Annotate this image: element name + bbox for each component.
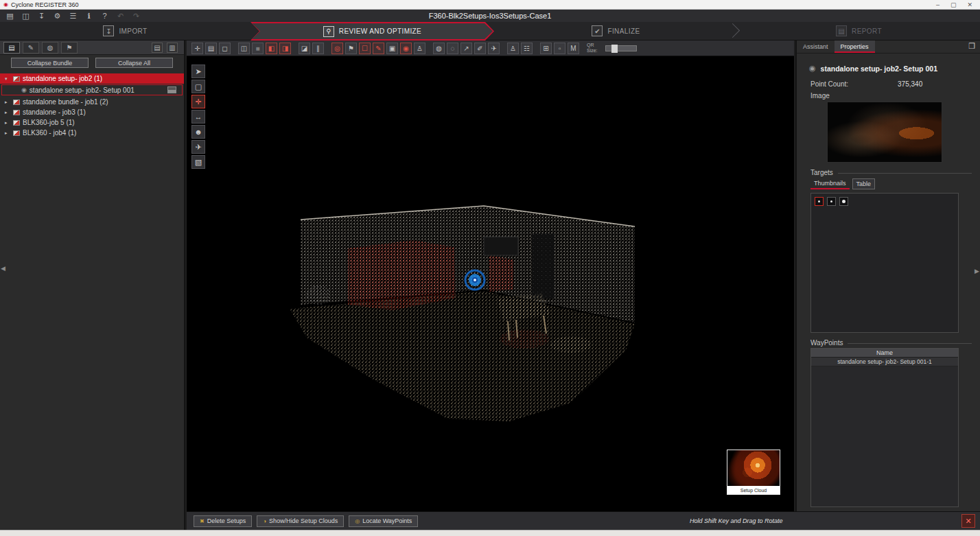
undo-icon[interactable]: ↶ xyxy=(116,10,125,21)
split-vertical-icon[interactable]: ◨ xyxy=(279,43,291,54)
tab-project-tree-icon[interactable]: ▤ xyxy=(3,42,20,54)
info-icon[interactable]: ℹ xyxy=(84,10,93,21)
target-acquire-icon[interactable]: ◎ xyxy=(331,43,343,54)
tab-table[interactable]: Table xyxy=(852,178,876,189)
locate-waypoints-button[interactable]: ◎ Locate WayPoints xyxy=(349,515,418,527)
waypoints-name-header[interactable]: Name xyxy=(811,349,958,358)
mini-pane-icon[interactable]: ▫ xyxy=(554,43,565,54)
expander-icon[interactable]: ▸ xyxy=(5,100,10,105)
target-thumbnail-1[interactable] xyxy=(815,197,824,206)
tab-sites-icon[interactable]: ◍ xyxy=(42,42,58,54)
cloud-quality-m-icon[interactable]: M xyxy=(568,43,579,54)
workflow-step-finalize[interactable]: ✔ FINALIZE xyxy=(494,22,738,40)
link-views-icon[interactable]: ◫ xyxy=(238,43,250,54)
tab-annotations-icon[interactable]: ✎ xyxy=(23,42,39,54)
find-setup-icon[interactable]: ♙ xyxy=(507,43,519,54)
project-list-icon[interactable]: ☰ xyxy=(69,10,78,21)
waypoint-row[interactable]: standalone setup- job2- Setup 001-1 xyxy=(811,358,958,366)
tree-item-blk360-job4[interactable]: ▸ BLK360 - job4 (1) xyxy=(0,128,184,138)
web-share-icon[interactable]: ◍ xyxy=(433,43,445,54)
show-hide-setup-clouds-button[interactable]: ◑ Show/Hide Setup Clouds xyxy=(257,515,344,527)
bundle-icon xyxy=(13,130,20,136)
app-window: ◉ Cyclone REGISTER 360 – ▢ ✕ ▤◫↧⚙☰ℹ?↶↷ F… xyxy=(0,0,980,536)
adjust-tool-icon[interactable]: ✐ xyxy=(474,43,486,54)
app-logo-icon: ◉ xyxy=(3,1,8,8)
slice-tool-icon[interactable]: ∥ xyxy=(312,43,324,54)
collapse-left-panel-arrow[interactable]: ◀ xyxy=(1,265,5,272)
expander-icon[interactable]: ▾ xyxy=(5,76,10,82)
doc-check-icon[interactable]: ▥ xyxy=(167,43,178,53)
fly-tool[interactable]: ✈ xyxy=(191,140,205,154)
target-thumbnail-3[interactable] xyxy=(839,197,848,206)
publish-icon[interactable]: ◌ xyxy=(447,43,458,54)
tree-item-bundle-job1[interactable]: ▸ standalone bundle - job1 (2) xyxy=(0,97,184,107)
settings-gear-icon[interactable]: ⚙ xyxy=(53,10,62,21)
pan-tool[interactable]: ✛ xyxy=(191,95,205,108)
pane-layout-icon[interactable]: ⊞ xyxy=(540,43,552,54)
bundle-icon xyxy=(13,76,20,82)
tree-item-standalone-job3[interactable]: ▸ standalone - job3 (1) xyxy=(0,107,184,117)
select-tool[interactable]: ➤ xyxy=(191,65,205,78)
tree-item-label: BLK360-job 5 (1) xyxy=(23,119,75,126)
rect-select-tool[interactable]: ▢ xyxy=(191,80,205,93)
expander-icon[interactable]: ▸ xyxy=(5,120,10,126)
target-thumbnail-2[interactable] xyxy=(827,197,836,206)
add-person-icon[interactable]: ♙ xyxy=(414,43,425,54)
collapse-all-button[interactable]: Collapse All xyxy=(95,58,173,68)
redo-icon[interactable]: ↷ xyxy=(132,10,141,21)
import-data-icon[interactable]: ↧ xyxy=(37,10,46,21)
draw-pencil-icon[interactable]: ✎ xyxy=(373,43,384,54)
measure-distance-tool[interactable]: ↔ xyxy=(191,110,205,124)
tag-icon[interactable]: ⚑ xyxy=(345,43,357,54)
slider-handle[interactable] xyxy=(611,45,618,53)
locate-icon: ◎ xyxy=(355,518,360,524)
tab-properties[interactable]: Properties xyxy=(835,40,875,53)
setup-cloud-minimap[interactable]: Setup Cloud xyxy=(727,450,780,495)
expander-icon[interactable]: ▸ xyxy=(5,110,10,115)
finalize-step-icon: ✔ xyxy=(592,25,603,36)
report-step-icon: ▤ xyxy=(836,25,847,36)
chair-object xyxy=(306,286,331,305)
close-button[interactable]: ✕ xyxy=(967,1,972,8)
qr-size-slider[interactable] xyxy=(605,45,637,51)
split-horizontal-icon[interactable]: ◧ xyxy=(266,43,277,54)
workflow-step-report[interactable]: ▤ REPORT xyxy=(738,22,980,40)
geotag-pin-icon[interactable]: ◉ xyxy=(400,43,412,54)
expander-icon[interactable]: ▸ xyxy=(5,130,10,136)
show-hide-icon: ◑ xyxy=(263,518,266,524)
panel-layout-toggle-icon[interactable]: ❒ xyxy=(968,42,975,51)
help-icon[interactable]: ? xyxy=(100,10,109,21)
collapse-bundle-button[interactable]: Collapse Bundle xyxy=(11,58,89,68)
grab-hand-icon[interactable]: ✛ xyxy=(191,43,203,54)
zoom-region-icon[interactable]: ◻ xyxy=(219,43,231,54)
maximize-button[interactable]: ▢ xyxy=(950,1,957,8)
workflow-step-import[interactable]: ↧ IMPORT xyxy=(0,22,250,40)
viewport-3d[interactable]: ➤▢✛↔☻✈▧ Setup Cloud xyxy=(187,56,794,511)
camera-icon[interactable]: ▣ xyxy=(386,43,398,54)
cube-view-tool[interactable]: ▧ xyxy=(191,155,205,169)
fit-view-icon[interactable]: ↗ xyxy=(460,43,472,54)
tree-item-setup-001[interactable]: ◉ standalone setup- job2- Setup 001 xyxy=(1,84,183,95)
limit-box-icon[interactable]: ☐ xyxy=(359,43,371,54)
workflow-step-review-and-optimize[interactable]: ⚲ REVIEW AND OPTIMIZE xyxy=(250,22,494,40)
delete-setups-button[interactable]: ✖ Delete Setups xyxy=(194,515,252,527)
save-project-icon[interactable]: ◫ xyxy=(21,10,30,21)
expand-right-panel-arrow[interactable]: ▶ xyxy=(975,268,979,275)
tree-item-bundle-job2[interactable]: ▾ standalone setup- job2 (1) xyxy=(0,73,184,84)
tab-tags-icon[interactable]: ⚑ xyxy=(61,42,78,54)
doc-add-icon[interactable]: ▤ xyxy=(152,43,163,53)
table-view-icon[interactable]: ☷ xyxy=(521,43,533,54)
eraser-icon[interactable]: ◪ xyxy=(299,43,310,54)
single-view-icon[interactable]: ■ xyxy=(252,43,264,54)
tab-assistant[interactable]: Assistant xyxy=(797,40,835,53)
minimize-button[interactable]: – xyxy=(936,1,940,8)
tab-thumbnails[interactable]: Thumbnails xyxy=(810,178,850,189)
open-project-icon[interactable]: ▤ xyxy=(5,10,14,21)
close-view-button[interactable]: ✕ xyxy=(961,514,975,528)
setup-position-tool[interactable]: ☻ xyxy=(191,125,205,139)
walkthrough-icon[interactable]: ✈ xyxy=(488,43,500,54)
pano-image-icon[interactable] xyxy=(167,86,176,93)
tree-item-blk360-job5[interactable]: ▸ BLK360-job 5 (1) xyxy=(0,117,184,128)
setup-image-thumbnail[interactable] xyxy=(827,102,942,163)
notes-icon[interactable]: ▤ xyxy=(205,43,217,54)
